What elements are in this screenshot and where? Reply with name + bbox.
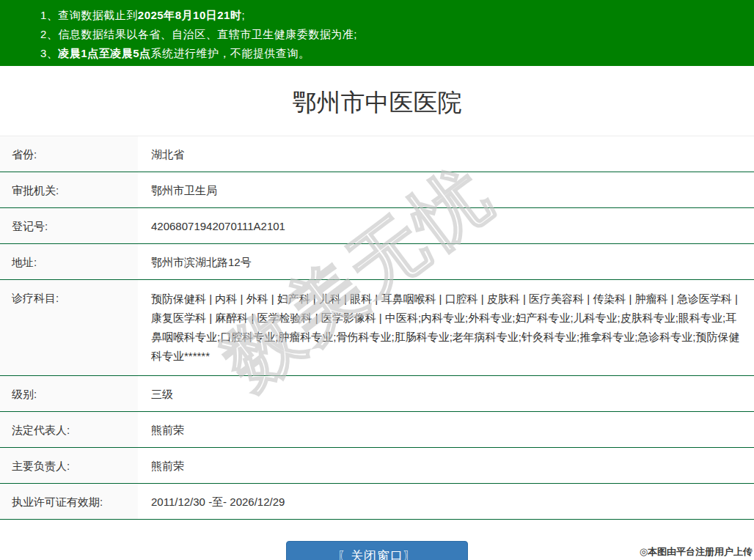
row-value: 三级 (138, 376, 754, 411)
row-value: 熊前荣 (138, 448, 754, 483)
row-label: 登记号: (0, 208, 138, 243)
image-attribution: ◎本图由平台注册用户上传 (640, 545, 753, 559)
table-row-registration-number: 登记号: 42068071942070111A2101 (0, 208, 754, 244)
hospital-info-table: 省份: 湖北省 审批机关: 鄂州市卫生局 登记号: 42068071942070… (0, 136, 754, 520)
row-label: 审批机关: (0, 172, 138, 207)
row-value: 42068071942070111A2101 (138, 208, 754, 243)
row-value: 预防保健科 | 内科 | 外科 | 妇产科 | 儿科 | 眼科 | 耳鼻咽喉科 … (138, 280, 754, 375)
notice-1-bold: 2025年8月10日21时 (138, 9, 242, 21)
notice-line-1: 1、查询数据截止到2025年8月10日21时; (40, 6, 747, 25)
table-row-province: 省份: 湖北省 (0, 136, 754, 172)
row-label: 法定代表人: (0, 412, 138, 447)
notice-3-tail: 系统进行维护，不能提供查询。 (151, 47, 310, 59)
notice-1-text: 1、查询数据截止到 (40, 9, 138, 21)
table-row-address: 地址: 鄂州市滨湖北路12号 (0, 244, 754, 280)
notice-2-text: 2、信息数据结果以各省、自治区、直辖市卫生健康委数据为准; (40, 28, 357, 40)
row-value: 湖北省 (138, 136, 754, 172)
row-value: 熊前荣 (138, 412, 754, 447)
hospital-info-page: 1、查询数据截止到2025年8月10日21时; 2、信息数据结果以各省、自治区、… (0, 0, 754, 560)
notice-line-3: 3、凌晨1点至凌晨5点系统进行维护，不能提供查询。 (40, 44, 747, 63)
table-row-approval-authority: 审批机关: 鄂州市卫生局 (0, 172, 754, 208)
notice-banner: 1、查询数据截止到2025年8月10日21时; 2、信息数据结果以各省、自治区、… (0, 0, 754, 66)
row-value: 鄂州市卫生局 (138, 172, 754, 207)
table-row-level: 级别: 三级 (0, 376, 754, 412)
page-title: 鄂州市中医医院 (0, 88, 754, 117)
row-label: 主要负责人: (0, 448, 138, 483)
notice-3-bold: 凌晨1点至凌晨5点 (58, 47, 150, 59)
close-window-button[interactable]: 〖关闭窗口〗 (286, 541, 468, 560)
row-label: 级别: (0, 376, 138, 411)
table-row-medical-departments: 诊疗科目: 预防保健科 | 内科 | 外科 | 妇产科 | 儿科 | 眼科 | … (0, 280, 754, 376)
row-label: 省份: (0, 136, 138, 172)
table-row-license-validity: 执业许可证有效期: 2011/12/30 -至- 2026/12/29 (0, 484, 754, 520)
table-row-main-person-in-charge: 主要负责人: 熊前荣 (0, 448, 754, 484)
row-label: 执业许可证有效期: (0, 484, 138, 519)
notice-1-tail: ; (241, 9, 245, 21)
row-value: 鄂州市滨湖北路12号 (138, 244, 754, 279)
row-label: 诊疗科目: (0, 280, 138, 375)
row-label: 地址: (0, 244, 138, 279)
table-row-legal-representative: 法定代表人: 熊前荣 (0, 412, 754, 448)
notice-line-2: 2、信息数据结果以各省、自治区、直辖市卫生健康委数据为准; (40, 25, 747, 44)
notice-3-text: 3、 (40, 47, 58, 59)
row-value: 2011/12/30 -至- 2026/12/29 (138, 484, 754, 519)
